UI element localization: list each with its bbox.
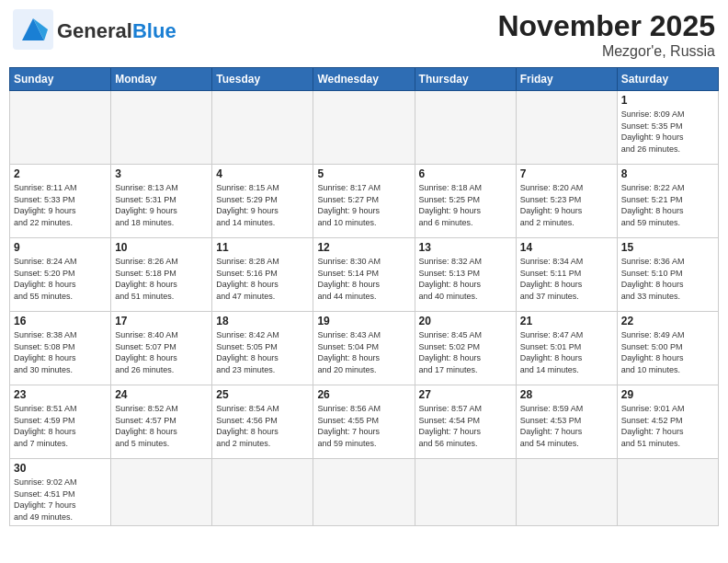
table-row [516, 459, 617, 526]
day-info: Sunrise: 8:11 AM Sunset: 5:33 PM Dayligh… [14, 182, 107, 228]
day-number: 19 [317, 315, 410, 327]
table-row: 13Sunrise: 8:32 AM Sunset: 5:13 PM Dayli… [415, 238, 516, 312]
day-number: 17 [115, 315, 208, 327]
calendar-week-row: 2Sunrise: 8:11 AM Sunset: 5:33 PM Daylig… [10, 165, 719, 238]
title-block: November 2025 Mezgor'e, Russia [497, 9, 715, 60]
table-row: 25Sunrise: 8:54 AM Sunset: 4:56 PM Dayli… [212, 385, 313, 459]
table-row: 11Sunrise: 8:28 AM Sunset: 5:16 PM Dayli… [212, 238, 313, 312]
table-row: 16Sunrise: 8:38 AM Sunset: 5:08 PM Dayli… [10, 312, 111, 385]
table-row [516, 91, 617, 165]
page-subtitle: Mezgor'e, Russia [497, 43, 715, 60]
table-row: 2Sunrise: 8:11 AM Sunset: 5:33 PM Daylig… [10, 165, 111, 238]
day-info: Sunrise: 8:20 AM Sunset: 5:23 PM Dayligh… [520, 182, 613, 228]
day-number: 21 [520, 315, 613, 327]
day-info: Sunrise: 8:13 AM Sunset: 5:31 PM Dayligh… [115, 182, 208, 228]
day-info: Sunrise: 8:32 AM Sunset: 5:13 PM Dayligh… [419, 256, 512, 302]
day-info: Sunrise: 8:26 AM Sunset: 5:18 PM Dayligh… [115, 256, 208, 302]
day-info: Sunrise: 8:40 AM Sunset: 5:07 PM Dayligh… [115, 329, 208, 375]
logo-icon [13, 9, 53, 53]
day-number: 15 [621, 241, 714, 254]
day-number: 30 [14, 462, 107, 475]
table-row [313, 459, 415, 526]
day-number: 27 [419, 388, 512, 401]
day-info: Sunrise: 8:59 AM Sunset: 4:53 PM Dayligh… [520, 403, 613, 449]
day-number: 8 [621, 167, 714, 180]
day-number: 14 [520, 241, 613, 254]
col-saturday: Saturday [617, 68, 718, 91]
calendar-week-row: 1Sunrise: 8:09 AM Sunset: 5:35 PM Daylig… [10, 91, 719, 165]
table-row [415, 459, 516, 526]
day-number: 10 [115, 241, 208, 254]
day-number: 13 [419, 241, 512, 254]
logo-blue: Blue [132, 19, 176, 42]
calendar-header-row: Sunday Monday Tuesday Wednesday Thursday… [10, 68, 719, 91]
col-friday: Friday [516, 68, 617, 91]
day-number: 11 [216, 241, 309, 254]
day-info: Sunrise: 9:01 AM Sunset: 4:52 PM Dayligh… [621, 403, 714, 449]
day-number: 25 [216, 388, 309, 401]
table-row: 5Sunrise: 8:17 AM Sunset: 5:27 PM Daylig… [313, 165, 415, 238]
table-row: 18Sunrise: 8:42 AM Sunset: 5:05 PM Dayli… [212, 312, 313, 385]
day-info: Sunrise: 8:09 AM Sunset: 5:35 PM Dayligh… [621, 109, 714, 155]
day-info: Sunrise: 8:38 AM Sunset: 5:08 PM Dayligh… [14, 329, 107, 375]
col-tuesday: Tuesday [212, 68, 313, 91]
table-row: 17Sunrise: 8:40 AM Sunset: 5:07 PM Dayli… [111, 312, 212, 385]
day-info: Sunrise: 8:52 AM Sunset: 4:57 PM Dayligh… [115, 403, 208, 449]
table-row: 29Sunrise: 9:01 AM Sunset: 4:52 PM Dayli… [617, 385, 718, 459]
page-title: November 2025 [497, 9, 715, 43]
day-number: 20 [419, 315, 512, 327]
day-number: 6 [419, 167, 512, 180]
col-wednesday: Wednesday [313, 68, 415, 91]
calendar-week-row: 9Sunrise: 8:24 AM Sunset: 5:20 PM Daylig… [10, 238, 719, 312]
table-row [415, 91, 516, 165]
calendar-week-row: 30Sunrise: 9:02 AM Sunset: 4:51 PM Dayli… [10, 459, 719, 526]
table-row: 14Sunrise: 8:34 AM Sunset: 5:11 PM Dayli… [516, 238, 617, 312]
calendar-week-row: 16Sunrise: 8:38 AM Sunset: 5:08 PM Dayli… [10, 312, 719, 385]
col-sunday: Sunday [10, 68, 111, 91]
logo: GeneralBlue [13, 9, 176, 53]
table-row: 4Sunrise: 8:15 AM Sunset: 5:29 PM Daylig… [212, 165, 313, 238]
day-number: 4 [216, 167, 309, 180]
day-info: Sunrise: 8:43 AM Sunset: 5:04 PM Dayligh… [317, 329, 410, 375]
day-number: 23 [14, 388, 107, 401]
table-row: 8Sunrise: 8:22 AM Sunset: 5:21 PM Daylig… [617, 165, 718, 238]
day-number: 9 [14, 241, 107, 254]
table-row: 27Sunrise: 8:57 AM Sunset: 4:54 PM Dayli… [415, 385, 516, 459]
day-info: Sunrise: 8:30 AM Sunset: 5:14 PM Dayligh… [317, 256, 410, 302]
day-number: 5 [317, 167, 410, 180]
day-info: Sunrise: 8:22 AM Sunset: 5:21 PM Dayligh… [621, 182, 714, 228]
table-row: 23Sunrise: 8:51 AM Sunset: 4:59 PM Dayli… [10, 385, 111, 459]
table-row [111, 91, 212, 165]
day-number: 16 [14, 315, 107, 327]
table-row: 3Sunrise: 8:13 AM Sunset: 5:31 PM Daylig… [111, 165, 212, 238]
day-number: 2 [14, 167, 107, 180]
day-number: 29 [621, 388, 714, 401]
table-row: 28Sunrise: 8:59 AM Sunset: 4:53 PM Dayli… [516, 385, 617, 459]
table-row: 24Sunrise: 8:52 AM Sunset: 4:57 PM Dayli… [111, 385, 212, 459]
logo-name: GeneralBlue [57, 19, 176, 43]
day-info: Sunrise: 8:17 AM Sunset: 5:27 PM Dayligh… [317, 182, 410, 228]
day-number: 12 [317, 241, 410, 254]
day-number: 7 [520, 167, 613, 180]
day-number: 22 [621, 315, 714, 327]
day-number: 26 [317, 388, 410, 401]
table-row [617, 459, 718, 526]
day-info: Sunrise: 8:34 AM Sunset: 5:11 PM Dayligh… [520, 256, 613, 302]
table-row: 9Sunrise: 8:24 AM Sunset: 5:20 PM Daylig… [10, 238, 111, 312]
table-row: 20Sunrise: 8:45 AM Sunset: 5:02 PM Dayli… [415, 312, 516, 385]
logo-text-block: GeneralBlue [57, 19, 176, 43]
day-info: Sunrise: 8:54 AM Sunset: 4:56 PM Dayligh… [216, 403, 309, 449]
logo-general: General [57, 19, 132, 42]
day-number: 28 [520, 388, 613, 401]
table-row: 26Sunrise: 8:56 AM Sunset: 4:55 PM Dayli… [313, 385, 415, 459]
day-info: Sunrise: 8:36 AM Sunset: 5:10 PM Dayligh… [621, 256, 714, 302]
day-number: 18 [216, 315, 309, 327]
day-info: Sunrise: 8:49 AM Sunset: 5:00 PM Dayligh… [621, 329, 714, 375]
day-info: Sunrise: 8:45 AM Sunset: 5:02 PM Dayligh… [419, 329, 512, 375]
day-info: Sunrise: 8:56 AM Sunset: 4:55 PM Dayligh… [317, 403, 410, 449]
calendar-table: Sunday Monday Tuesday Wednesday Thursday… [9, 67, 719, 526]
table-row: 19Sunrise: 8:43 AM Sunset: 5:04 PM Dayli… [313, 312, 415, 385]
col-thursday: Thursday [415, 68, 516, 91]
table-row [212, 459, 313, 526]
table-row: 15Sunrise: 8:36 AM Sunset: 5:10 PM Dayli… [617, 238, 718, 312]
